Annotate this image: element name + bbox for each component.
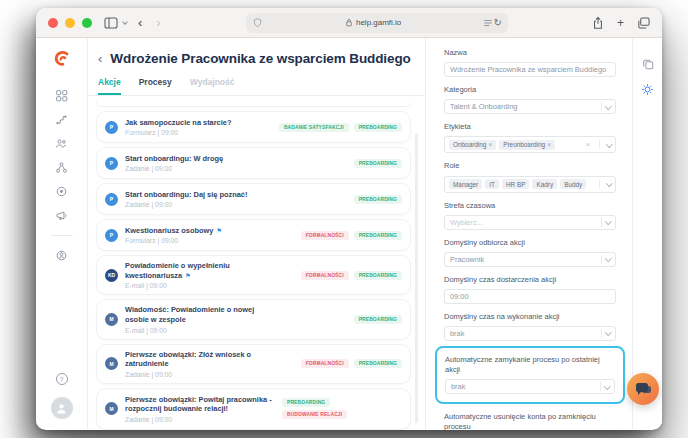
field-label: Kategoria [444, 85, 616, 95]
avatar: M [105, 402, 118, 415]
action-card[interactable]: M Pierwsze obowiązki: Złóż wniosek o zat… [96, 344, 411, 384]
new-tab-icon[interactable]: + [617, 17, 624, 29]
action-card[interactable]: P Kwestionariusz osobowy⚑ Formularz | 09… [96, 219, 411, 251]
user-avatar[interactable] [51, 397, 73, 419]
chevron-down-icon [605, 218, 611, 224]
chevron-down-icon [605, 103, 611, 109]
back-chevron-icon[interactable]: ‹ [98, 52, 102, 65]
clear-icon[interactable]: × [586, 141, 591, 149]
lock-icon [345, 18, 353, 27]
address-bar[interactable]: help.gamfi.io ↻ [246, 13, 508, 33]
status-badge: PREBOARDING [354, 231, 402, 240]
org-structure-icon[interactable] [54, 160, 69, 175]
field-label: Domyślny czas dostarczenia akcji [444, 275, 616, 285]
reader-icon[interactable] [483, 18, 493, 28]
field-label: Role [444, 161, 616, 171]
tab-bar: Akcje Procesy Wydajność [88, 77, 425, 96]
select-placeholder: Wybierz... [450, 218, 596, 227]
roles-multiselect[interactable]: Manager IT HR BP Kadry Buddy [444, 176, 616, 193]
role-chip: Buddy [560, 179, 586, 189]
reload-icon[interactable]: ↻ [493, 18, 501, 28]
action-card[interactable]: KD Powiadomienie o wypełnieniu kwestiona… [96, 255, 411, 295]
action-meta: Formularz | 09:00 [125, 129, 231, 136]
status-badge: FORMALNOŚCI [301, 231, 349, 240]
action-card[interactable]: P Jak samopoczucie na starcie? Formularz… [96, 111, 411, 143]
settings-icon[interactable] [641, 83, 654, 96]
account-icon[interactable] [54, 248, 69, 263]
chevron-down-icon [605, 329, 611, 335]
avatar: P [105, 121, 118, 134]
automations-icon[interactable] [54, 184, 69, 199]
employees-icon[interactable] [54, 136, 69, 151]
tool-rail [632, 38, 662, 429]
field-label: Domyślny odbiorca akcji [444, 238, 616, 248]
browser-window: ‹ › help.gamfi.io ↻ + [36, 8, 662, 430]
page-title: Wdrożenie Pracownika ze wsparciem Buddie… [110, 51, 410, 66]
tab-akcje[interactable]: Akcje [98, 77, 121, 95]
delivery-time-input[interactable]: 09:00 [444, 289, 616, 304]
dashboard-icon[interactable] [54, 88, 69, 103]
action-list: P Jak samopoczucie na starcie? Formularz… [88, 96, 425, 430]
chevron-down-icon [605, 255, 611, 261]
duplicate-icon[interactable] [642, 58, 654, 70]
avatar: M [105, 313, 118, 326]
avatar: P [105, 193, 118, 206]
tab-overview-icon[interactable] [637, 17, 650, 29]
share-icon[interactable] [592, 16, 604, 30]
auto-close-select[interactable]: brak [445, 379, 615, 394]
status-badge: BADANIE SATYSFAKCJI [279, 123, 349, 132]
help-icon[interactable]: ? [56, 373, 68, 385]
action-card[interactable]: P Start onboardingu: W drogę Zadanie | 0… [96, 147, 411, 179]
field-label: Strefa czasowa [444, 201, 616, 211]
action-title: Powiadomienie o wypełnieniu kwestionariu… [125, 261, 230, 280]
action-meta: Zadanie | 09:00 [125, 371, 275, 378]
select-value: brak [451, 382, 595, 391]
url-text: help.gamfi.io [263, 18, 484, 27]
remove-icon[interactable]: × [488, 141, 492, 148]
action-title: Pierwsze obowiązki: Złóż wniosek o zatru… [125, 350, 275, 369]
back-button[interactable]: ‹ [133, 16, 147, 29]
branch-flag-icon: ⚑ [185, 272, 191, 279]
action-title: Pierwsze obowiązki: Powitaj pracownika -… [125, 395, 275, 414]
category-select[interactable]: Talent & Onboarding [444, 99, 616, 114]
zoom-window-button[interactable] [82, 18, 92, 28]
tab-procesy[interactable]: Procesy [139, 77, 172, 95]
forward-button[interactable]: › [151, 16, 165, 29]
traffic-lights[interactable] [48, 18, 92, 28]
execution-time-select[interactable]: brak [444, 326, 616, 341]
main-content: ‹ Wdrożenie Pracownika ze wsparciem Budd… [88, 38, 425, 429]
clipped-card [96, 102, 411, 107]
field-label: Automatyczne zamykanie procesu po ostatn… [445, 355, 615, 375]
chevron-down-icon[interactable] [122, 19, 128, 25]
avatar: P [105, 229, 118, 242]
select-value: Pracownik [450, 255, 596, 264]
field-label: Automatyczne usunięcie konta po zamknięc… [444, 412, 616, 430]
privacy-shield-icon[interactable] [252, 17, 263, 29]
timezone-select[interactable]: Wybierz... [444, 215, 616, 230]
tag-chip: Preonboarding× [499, 140, 555, 150]
remove-icon[interactable]: × [547, 141, 551, 148]
close-window-button[interactable] [48, 18, 58, 28]
minimize-window-button[interactable] [65, 18, 75, 28]
chat-bubbles-icon [636, 383, 651, 396]
action-title: Wiadomość: Powiadomienie o nowej osobie … [125, 305, 275, 324]
status-badge: BUDOWANIE RELACJI [282, 410, 347, 419]
announcements-icon[interactable] [54, 208, 69, 223]
processes-icon[interactable] [54, 112, 69, 127]
labels-multiselect[interactable]: Onboarding× Preonboarding× × [444, 136, 616, 153]
action-meta: Zadanie | 09:00 [125, 416, 275, 423]
status-badge: FORMALNOŚCI [301, 271, 349, 280]
default-recipient-select[interactable]: Pracownik [444, 252, 616, 267]
gamfi-logo[interactable] [51, 48, 73, 70]
sidebar-toggle-icon[interactable] [104, 17, 118, 29]
scrollbar[interactable] [415, 133, 418, 423]
tag-chip: Onboarding× [449, 140, 496, 150]
action-card[interactable]: M Wiadomość: Powiadomienie o nowej osobi… [96, 299, 411, 339]
select-value: Talent & Onboarding [450, 102, 596, 111]
action-card[interactable]: P Start onboardingu: Daj się poznać! Zad… [96, 183, 411, 215]
input-value: Wdrożenie Pracownika ze wsparciem Buddie… [450, 65, 610, 74]
action-card[interactable]: M Pierwsze obowiązki: Powitaj pracownika… [96, 388, 411, 430]
tab-wydajnosc[interactable]: Wydajność [190, 77, 235, 95]
chat-widget-button[interactable] [627, 373, 659, 405]
name-input[interactable]: Wdrożenie Pracownika ze wsparciem Buddie… [444, 62, 616, 77]
